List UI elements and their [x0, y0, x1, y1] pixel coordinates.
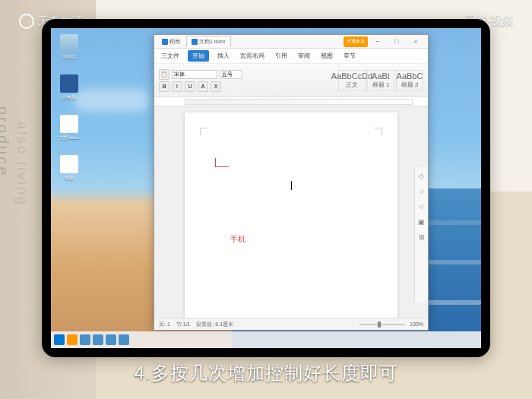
document-page[interactable]: 手机 [185, 112, 397, 318]
tab-home[interactable]: 稻壳 [157, 36, 185, 47]
menu-reference[interactable]: 引用 [273, 50, 290, 62]
tab-document[interactable]: 文档1.docx [186, 36, 231, 47]
wps-icon [162, 39, 168, 45]
style-normal[interactable]: AaBbCcDd正文 [338, 70, 366, 91]
maximize-button[interactable]: □ [388, 36, 406, 47]
tablet-frame: 回收站 此电脑 文档.docx 快捷 稻壳 文档1.docx 开通会员 − □ … [42, 19, 490, 357]
start-button[interactable] [54, 334, 65, 345]
menu-file[interactable]: 三文件 [159, 50, 182, 62]
taskbar-app-4[interactable] [119, 334, 129, 345]
underline-button[interactable]: U [185, 81, 195, 92]
document-area: 手机 ◇ ☆ ○ ▣ ⊞ [154, 106, 428, 318]
status-bar: 页: 1 节:1/1 设置值: 8.1厘米 100% [154, 318, 428, 330]
menu-view[interactable]: 视图 [318, 50, 335, 62]
document-tabs: 稻壳 文档1.docx [157, 36, 340, 47]
paste-button[interactable]: 📋 [159, 69, 169, 80]
italic-button[interactable]: I [172, 81, 182, 92]
document-text: 手机 [230, 234, 245, 245]
style-heading2[interactable]: AaBbC标题 2 [396, 70, 423, 91]
side-tool-4[interactable]: ▣ [417, 217, 426, 226]
margin-corner-tr [375, 128, 382, 135]
ribbon-tabs: 三文件 开始 插入 页面布局 引用 审阅 视图 章节 [154, 49, 428, 64]
font-size-select[interactable]: 五号 [220, 70, 242, 79]
wps-word-window: 稻壳 文档1.docx 开通会员 − □ × 三文件 开始 插入 页面布局 引用… [154, 34, 429, 331]
side-tool-2[interactable]: ☆ [417, 187, 426, 196]
zoom-level[interactable]: 100% [410, 321, 423, 327]
recycle-bin-icon [60, 34, 78, 52]
video-subtitle: 4.多按几次增加控制好长度即可 [0, 361, 532, 385]
menu-layout[interactable]: 页面布局 [238, 50, 267, 62]
zoom-slider[interactable] [359, 324, 405, 325]
style-heading1[interactable]: AaBt标题 1 [367, 70, 394, 91]
desktop-icon-pc[interactable]: 此电脑 [57, 74, 81, 101]
status-section: 节:1/1 [176, 321, 191, 328]
taskbar-app-2[interactable] [93, 334, 103, 345]
desktop-screen: 回收站 此电脑 文档.docx 快捷 稻壳 文档1.docx 开通会员 − □ … [51, 28, 481, 348]
desktop-icon-doc[interactable]: 文档.docx [57, 115, 81, 141]
selection-marker [215, 158, 229, 167]
taskbar-sogou[interactable] [67, 334, 78, 345]
side-tool-3[interactable]: ○ [417, 202, 426, 211]
menu-start[interactable]: 开始 [188, 50, 209, 62]
margin-corner-tl [200, 128, 207, 135]
doc-icon [192, 39, 198, 45]
horizontal-ruler[interactable] [154, 97, 428, 106]
titlebar: 稻壳 文档1.docx 开通会员 − □ × [154, 35, 428, 49]
document-icon [60, 115, 78, 133]
menu-insert[interactable]: 插入 [215, 50, 232, 62]
desktop-icon-recycle[interactable]: 回收站 [57, 34, 81, 61]
side-tool-5[interactable]: ⊞ [417, 233, 426, 242]
menu-review[interactable]: 审阅 [296, 50, 312, 62]
side-tool-1[interactable]: ◇ [417, 172, 426, 181]
menu-section[interactable]: 章节 [341, 50, 358, 62]
vip-button[interactable]: 开通会员 [344, 36, 368, 47]
backdrop-text-1: produce [0, 106, 11, 177]
style-gallery: AaBbCcDd正文 AaBt标题 1 AaBbC标题 2 [338, 70, 423, 91]
status-page: 页: 1 [159, 321, 170, 328]
text-cursor [291, 181, 292, 190]
taskbar-app-3[interactable] [106, 334, 116, 345]
backdrop-text-2: also living [14, 122, 30, 207]
desktop-icons: 回收站 此电脑 文档.docx 快捷 [57, 34, 81, 182]
font-name-select[interactable]: 宋体 [172, 70, 217, 79]
shortcut-icon [60, 155, 78, 173]
wallpaper-cloud [74, 89, 150, 112]
side-toolbar: ◇ ☆ ○ ▣ ⊞ [414, 167, 428, 302]
taskbar [51, 331, 481, 348]
desktop-icon-shortcut[interactable]: 快捷 [57, 155, 81, 182]
minimize-button[interactable]: − [369, 36, 387, 47]
ribbon-toolbar: 📋 宋体 五号 B I U A X AaBbCcDd正文 AaBt标题 1 [154, 64, 428, 97]
font-color-button[interactable]: A [198, 81, 208, 92]
bold-button[interactable]: B [159, 81, 169, 92]
strikethrough-button[interactable]: X [211, 81, 221, 92]
close-button[interactable]: × [407, 36, 425, 47]
computer-icon [60, 74, 78, 93]
status-position: 设置值: 8.1厘米 [196, 321, 233, 328]
taskbar-app-1[interactable] [80, 334, 90, 345]
